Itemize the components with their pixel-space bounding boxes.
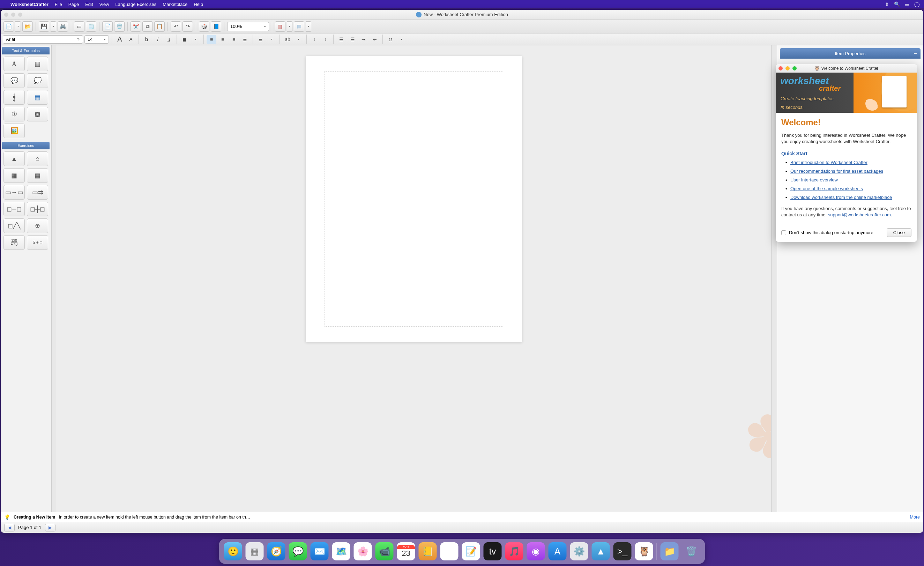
dock-worksheetcrafter[interactable]: 🦉 xyxy=(635,542,653,560)
zoom-combo[interactable]: 100% ▾ xyxy=(227,22,269,31)
indent-increase-button[interactable]: ⇥ xyxy=(359,35,369,44)
tool-panel-scrollbar[interactable] xyxy=(51,45,56,512)
new-document-button[interactable]: 📄 xyxy=(3,21,14,32)
tool-flowchart-1[interactable]: ◻─◻ xyxy=(3,202,25,216)
tool-chain-right[interactable]: ▭→▭ xyxy=(3,185,25,200)
tool-tree[interactable]: ◻╱╲ xyxy=(3,218,25,233)
menu-language-exercises[interactable]: Language Exercises xyxy=(116,2,157,7)
tool-qr-code[interactable]: ▩ xyxy=(27,107,48,122)
dont-show-checkbox[interactable] xyxy=(781,230,786,235)
special-char-button[interactable]: Ω xyxy=(386,35,395,44)
worksheet-page[interactable] xyxy=(306,56,522,342)
menu-file[interactable]: File xyxy=(55,2,62,7)
dialog-minimize-icon[interactable] xyxy=(786,66,790,71)
menu-view[interactable]: View xyxy=(99,2,109,7)
status-upload-icon[interactable]: ⇪ xyxy=(885,2,889,7)
line-spacing-inc-button[interactable]: ↕ xyxy=(309,35,319,44)
font-family-combo[interactable]: Arial ⇅ xyxy=(3,35,83,44)
font-color-button[interactable]: ◼ xyxy=(180,35,189,44)
print-button[interactable]: 🖨️ xyxy=(58,21,68,32)
save-dropdown[interactable]: ▾ xyxy=(51,21,56,32)
close-button[interactable]: Close xyxy=(886,228,912,237)
add-page-button[interactable]: 📄 xyxy=(102,21,113,32)
tool-equation-blank[interactable]: 5 + □ xyxy=(27,235,48,250)
prev-page-button[interactable]: ◀ xyxy=(4,524,15,531)
dock-finder[interactable]: 🙂 xyxy=(224,542,242,560)
page-layout-button[interactable]: ▭ xyxy=(74,21,84,32)
tool-wheel[interactable]: ⊕ xyxy=(27,218,48,233)
tool-thought-bubble[interactable]: 💭 xyxy=(27,73,48,88)
quickstart-link-sample[interactable]: Open one of the sample worksheets xyxy=(790,186,863,191)
tool-chain-split[interactable]: ▭⇉ xyxy=(27,185,48,200)
window-minimize-icon[interactable] xyxy=(11,12,15,17)
dock-maps[interactable]: 🗺️ xyxy=(332,542,350,560)
list-bulleted-button[interactable]: ☰ xyxy=(348,35,357,44)
quickstart-link-ui-overview[interactable]: User interface overview xyxy=(790,177,838,183)
align-justify-button[interactable]: ≣ xyxy=(240,35,250,44)
quickstart-link-assets[interactable]: Our recommendations for first asset pack… xyxy=(790,168,883,174)
align-horiz-button[interactable]: ▥ xyxy=(275,21,285,32)
italic-button[interactable]: i xyxy=(153,35,163,44)
save-button[interactable]: 💾 xyxy=(39,21,49,32)
new-document-dropdown[interactable]: ▾ xyxy=(15,21,21,32)
siri-icon[interactable]: ◯ xyxy=(914,2,920,7)
tool-fraction[interactable]: 14 xyxy=(3,90,25,105)
dock-reminders[interactable]: ☰ xyxy=(440,542,459,560)
tool-addition-column[interactable]: 120+ 40 xyxy=(3,235,25,250)
dock-app-1[interactable]: ▲ xyxy=(592,542,610,560)
menu-marketplace[interactable]: Marketplace xyxy=(163,2,188,7)
hyphenation-dropdown[interactable]: ▾ xyxy=(294,35,304,44)
dock-calendar[interactable]: MAY 23 xyxy=(397,542,415,560)
tool-house[interactable]: ⌂ xyxy=(27,152,48,166)
spotlight-icon[interactable]: 🔍 xyxy=(894,2,900,7)
dock-contacts[interactable]: 📒 xyxy=(419,542,437,560)
canvas-area[interactable]: ✽ xyxy=(56,45,771,512)
dialog-close-icon[interactable] xyxy=(778,66,783,71)
underline-button[interactable]: u xyxy=(164,35,174,44)
valign-dropdown[interactable]: ▾ xyxy=(267,35,277,44)
tool-image[interactable]: 🖼️ xyxy=(3,123,25,138)
dock-settings[interactable]: ⚙️ xyxy=(570,542,588,560)
cut-button[interactable]: ✂️ xyxy=(130,21,141,32)
tool-table[interactable]: ▦ xyxy=(27,90,48,105)
align-horiz-dropdown[interactable]: ▾ xyxy=(287,21,292,32)
dock-safari[interactable]: 🧭 xyxy=(267,542,285,560)
hyphenation-button[interactable]: ab xyxy=(283,35,292,44)
dock-downloads[interactable]: 📁 xyxy=(660,542,679,560)
align-vert-button[interactable]: ▤ xyxy=(294,21,304,32)
align-right-button[interactable]: ≡ xyxy=(229,35,238,44)
tool-speech-bubble[interactable]: 💬 xyxy=(3,73,25,88)
font-increase-button[interactable]: A xyxy=(115,35,124,44)
menu-page[interactable]: Page xyxy=(68,2,79,7)
dock-tv[interactable]: tv xyxy=(484,542,502,560)
dock-appstore[interactable]: A xyxy=(549,542,567,560)
tool-book[interactable]: ▦ xyxy=(27,57,48,71)
dock-mail[interactable]: ✉️ xyxy=(310,542,329,560)
list-numbered-button[interactable]: ☰ xyxy=(336,35,346,44)
valign-button[interactable]: ≣ xyxy=(256,35,266,44)
tool-pyramid[interactable]: ▲ xyxy=(3,152,25,166)
quickstart-link-marketplace[interactable]: Download worksheets from the online mark… xyxy=(790,195,892,200)
dock-music[interactable]: 🎵 xyxy=(505,542,524,560)
window-close-icon[interactable] xyxy=(4,12,8,17)
properties-minimize-icon[interactable]: – xyxy=(914,50,917,57)
dock-photos[interactable]: 🌸 xyxy=(354,542,372,560)
line-spacing-dec-button[interactable]: ↕ xyxy=(321,35,330,44)
dice-button[interactable]: 🎲 xyxy=(199,21,209,32)
tool-grid-small[interactable]: ▦ xyxy=(3,168,25,183)
quickstart-link-intro[interactable]: Brief introduction to Worksheet Crafter xyxy=(790,160,867,165)
font-decrease-button[interactable]: A xyxy=(126,35,136,44)
dock-messages[interactable]: 💬 xyxy=(289,542,307,560)
font-size-combo[interactable]: 14 ▾ xyxy=(84,35,109,44)
hint-more-link[interactable]: More xyxy=(910,515,920,519)
special-char-dropdown[interactable]: ▾ xyxy=(397,35,406,44)
tool-flowchart-2[interactable]: ◻┼◻ xyxy=(27,202,48,216)
control-center-icon[interactable]: ⚌ xyxy=(905,2,909,7)
dock-launchpad[interactable]: ▦ xyxy=(246,542,264,560)
menubar-app-name[interactable]: WorksheetCrafter xyxy=(10,2,48,7)
contact-email-link[interactable]: support@worksheetcrafter.com xyxy=(828,212,891,218)
font-color-dropdown[interactable]: ▾ xyxy=(191,35,201,44)
paste-button[interactable]: 📋 xyxy=(154,21,165,32)
dock-terminal[interactable]: >_ xyxy=(614,542,632,560)
tool-circled-number[interactable]: ① xyxy=(3,107,25,122)
